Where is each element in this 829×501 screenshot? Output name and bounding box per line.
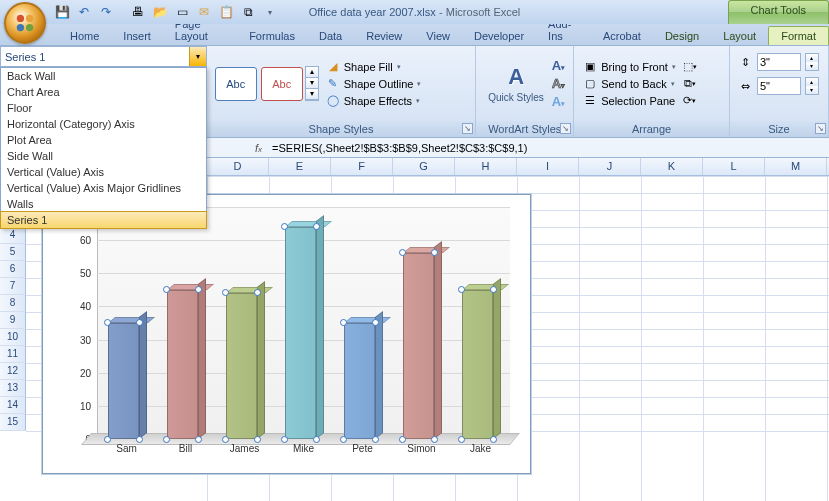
copy-icon[interactable]: ⧉ — [240, 4, 256, 20]
tab-home[interactable]: Home — [58, 27, 111, 45]
dialog-launcher-icon[interactable]: ↘ — [560, 123, 571, 134]
dropdown-item[interactable]: Vertical (Value) Axis — [1, 164, 206, 180]
tab-format[interactable]: Format — [768, 26, 829, 45]
tab-insert[interactable]: Insert — [111, 27, 163, 45]
selection-handle[interactable] — [399, 436, 406, 443]
office-button[interactable] — [4, 2, 46, 44]
quick-styles-button[interactable]: A Quick Styles — [484, 62, 548, 105]
selection-handle[interactable] — [104, 319, 111, 326]
redo-icon[interactable]: ↷ — [98, 4, 114, 20]
shape-style-preset[interactable]: Abc — [261, 67, 303, 101]
tab-view[interactable]: View — [414, 27, 462, 45]
bar[interactable] — [285, 227, 317, 439]
chart-object[interactable]: 010203040506070 SamBillJamesMikePeteSimo… — [42, 194, 531, 474]
dialog-launcher-icon[interactable]: ↘ — [815, 123, 826, 134]
align-icon[interactable]: ⬚▾ — [683, 60, 697, 74]
row-header[interactable]: 6 — [0, 261, 26, 278]
row-header[interactable]: 15 — [0, 414, 26, 431]
selection-handle[interactable] — [104, 436, 111, 443]
dropdown-item[interactable]: Horizontal (Category) Axis — [1, 116, 206, 132]
tab-data[interactable]: Data — [307, 27, 354, 45]
row-header[interactable]: 8 — [0, 295, 26, 312]
row-header[interactable]: 4 — [0, 227, 26, 244]
height-input[interactable] — [757, 53, 801, 71]
rotate-icon[interactable]: ⟳▾ — [683, 94, 697, 108]
column-header[interactable]: K — [641, 158, 703, 175]
shape-fill-button[interactable]: ◢Shape Fill▾ — [323, 59, 425, 75]
column-header[interactable]: J — [579, 158, 641, 175]
undo-icon[interactable]: ↶ — [76, 4, 92, 20]
group-icon[interactable]: ⧉▾ — [683, 77, 697, 91]
column-header[interactable]: M — [765, 158, 827, 175]
formula-input[interactable]: =SERIES(,Sheet2!$B$3:$B$9,Sheet2!$C$3:$C… — [268, 142, 527, 154]
bar[interactable] — [344, 323, 376, 439]
selection-handle[interactable] — [222, 289, 229, 296]
dropdown-item[interactable]: Plot Area — [1, 132, 206, 148]
bring-to-front-button[interactable]: ▣Bring to Front▾ — [580, 59, 679, 75]
tab-formulas[interactable]: Formulas — [237, 27, 307, 45]
save-icon[interactable]: 💾 — [54, 4, 70, 20]
qat-dropdown-icon[interactable]: ▾ — [262, 4, 278, 20]
chart-element-selector[interactable]: Series 1 ▾ — [0, 46, 207, 67]
row-header[interactable]: 7 — [0, 278, 26, 295]
spinner[interactable]: ▴▾ — [805, 53, 819, 71]
row-header[interactable]: 14 — [0, 397, 26, 414]
bar[interactable] — [462, 290, 494, 439]
row-header[interactable]: 9 — [0, 312, 26, 329]
send-to-back-button[interactable]: ▢Send to Back▾ — [580, 76, 679, 92]
series-1[interactable] — [97, 207, 510, 439]
bar[interactable] — [108, 323, 140, 439]
column-header[interactable]: G — [393, 158, 455, 175]
shape-effects-button[interactable]: ◯Shape Effects▾ — [323, 93, 425, 109]
bar[interactable] — [167, 290, 199, 439]
column-header[interactable]: L — [703, 158, 765, 175]
text-outline-button[interactable]: A▾ — [552, 76, 565, 91]
selection-handle[interactable] — [222, 436, 229, 443]
selection-handle[interactable] — [281, 436, 288, 443]
dropdown-item[interactable]: Chart Area — [1, 84, 206, 100]
open-icon[interactable]: 📂 — [152, 4, 168, 20]
selection-handle[interactable] — [458, 436, 465, 443]
row-header[interactable]: 10 — [0, 329, 26, 346]
bar[interactable] — [403, 253, 435, 439]
plot-area[interactable] — [97, 207, 510, 439]
selection-handle[interactable] — [458, 286, 465, 293]
dropdown-arrow-icon[interactable]: ▾ — [189, 47, 206, 66]
selection-pane-button[interactable]: ☰Selection Pane — [580, 93, 679, 109]
gallery-scroll[interactable]: ▴▾▾ — [305, 66, 319, 101]
column-header[interactable]: F — [331, 158, 393, 175]
bar[interactable] — [226, 293, 258, 439]
dropdown-item[interactable]: Floor — [1, 100, 206, 116]
text-effects-button[interactable]: A▾ — [552, 94, 565, 109]
fx-icon[interactable]: fx — [249, 142, 268, 154]
column-header[interactable]: D — [207, 158, 269, 175]
row-header[interactable]: 12 — [0, 363, 26, 380]
column-header[interactable]: I — [517, 158, 579, 175]
dropdown-item[interactable]: Series 1 — [0, 211, 207, 229]
row-header[interactable]: 11 — [0, 346, 26, 363]
column-header[interactable]: H — [455, 158, 517, 175]
dropdown-item[interactable]: Side Wall — [1, 148, 206, 164]
shape-style-preset[interactable]: Abc — [215, 67, 257, 101]
dialog-launcher-icon[interactable]: ↘ — [462, 123, 473, 134]
selection-handle[interactable] — [340, 319, 347, 326]
row-header[interactable]: 5 — [0, 244, 26, 261]
tab-review[interactable]: Review — [354, 27, 414, 45]
selection-handle[interactable] — [163, 286, 170, 293]
print-icon[interactable]: 🖶 — [130, 4, 146, 20]
text-fill-button[interactable]: A▾ — [552, 58, 565, 73]
dropdown-item[interactable]: Vertical (Value) Axis Major Gridlines — [1, 180, 206, 196]
dropdown-item[interactable]: Walls — [1, 196, 206, 212]
shape-outline-button[interactable]: ✎Shape Outline▾ — [323, 76, 425, 92]
spinner[interactable]: ▴▾ — [805, 77, 819, 95]
tab-acrobat[interactable]: Acrobat — [591, 27, 653, 45]
dropdown-item[interactable]: Back Wall — [1, 68, 206, 84]
selection-handle[interactable] — [340, 436, 347, 443]
tab-layout[interactable]: Layout — [711, 27, 768, 45]
paste-icon[interactable]: 📋 — [218, 4, 234, 20]
tab-design[interactable]: Design — [653, 27, 711, 45]
selection-handle[interactable] — [281, 223, 288, 230]
mail-icon[interactable]: ✉ — [196, 4, 212, 20]
column-header[interactable]: E — [269, 158, 331, 175]
selection-handle[interactable] — [163, 436, 170, 443]
